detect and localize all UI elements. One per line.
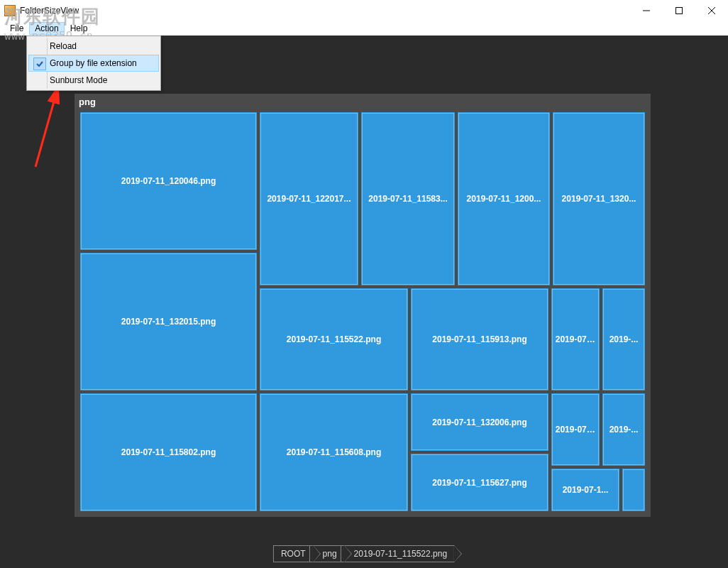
menu-file[interactable]: File <box>4 22 29 35</box>
window-title: FolderSizeView <box>20 6 630 16</box>
menu-item-sunburst-mode[interactable]: Sunburst Mode <box>28 72 159 89</box>
check-icon <box>33 58 46 70</box>
treemap-tile[interactable]: 2019-07-1... <box>550 467 621 513</box>
treemap-tile[interactable]: 2019-... <box>601 287 646 392</box>
tile-label: 2019-07-11_11583... <box>365 191 450 207</box>
tile-label <box>631 487 636 493</box>
breadcrumb-file[interactable]: 2019-07-11_115522.png <box>341 545 455 562</box>
tile-label: 2019-07-11_115627.png <box>429 475 529 491</box>
tile-label: 2019-07-... <box>553 422 599 437</box>
minimize-button[interactable] <box>630 0 663 21</box>
tile-label: 2019-07-11_1200... <box>464 191 544 207</box>
menu-item-reload[interactable]: Reload <box>28 38 159 55</box>
treemap-tile[interactable]: 2019-07-11_122017... <box>258 111 360 287</box>
tile-label: 2019-07-... <box>553 332 599 347</box>
treemap-tile[interactable]: 2019-07-11_1200... <box>456 111 551 287</box>
breadcrumb: ROOT png 2019-07-11_115522.png <box>273 545 455 562</box>
svg-rect-0 <box>676 8 683 14</box>
treemap-tile[interactable]: 2019-07-11_132015.png <box>79 251 258 392</box>
tile-label: 2019-07-11_115522.png <box>284 332 384 347</box>
treemap-tile[interactable]: 2019-07-... <box>550 287 601 392</box>
treemap-tile[interactable]: 2019-07-11_115627.png <box>409 452 550 513</box>
title-bar: FolderSizeView <box>0 0 728 21</box>
treemap-tile[interactable]: 2019-07-11_115802.png <box>79 392 258 513</box>
maximize-button[interactable] <box>663 0 695 21</box>
tile-label: 2019-07-11_132015.png <box>118 314 219 329</box>
main-panel: png 2019-07-11_120046.png2019-07-11_1220… <box>0 36 728 568</box>
tile-label: 2019-... <box>607 422 641 437</box>
check-icon <box>33 40 45 53</box>
tile-label: 2019-07-11_132006.png <box>429 415 529 430</box>
menu-item-group-by-extension[interactable]: Group by file extension <box>28 55 159 72</box>
tile-label: 2019-07-11_1320... <box>559 191 639 207</box>
window-controls <box>630 0 728 21</box>
menu-bar: File Action Help <box>0 21 728 36</box>
treemap-tile[interactable]: 2019-... <box>601 392 646 467</box>
menu-item-label: Group by file extension <box>50 58 137 68</box>
treemap-tile[interactable]: 2019-07-11_120046.png <box>79 111 258 251</box>
tile-label: 2019-07-1... <box>560 482 612 498</box>
menu-item-label: Reload <box>50 41 77 51</box>
treemap-tile[interactable]: 2019-07-11_115913.png <box>409 287 550 392</box>
app-icon <box>4 5 16 16</box>
tile-label: 2019-07-11_115913.png <box>429 332 529 347</box>
tile-label: 2019-07-11_122017... <box>264 191 353 207</box>
close-button[interactable] <box>695 0 728 21</box>
treemap-container: png 2019-07-11_120046.png2019-07-11_1220… <box>75 94 651 517</box>
tile-label: 2019-07-11_115608.png <box>284 444 384 460</box>
tile-label: 2019-... <box>607 332 641 347</box>
treemap-tile[interactable]: 2019-07-11_115522.png <box>258 287 409 392</box>
treemap-tile[interactable]: 2019-07-11_132006.png <box>409 392 550 452</box>
treemap-body: 2019-07-11_120046.png2019-07-11_122017..… <box>79 111 646 513</box>
menu-item-label: Sunburst Mode <box>50 75 107 85</box>
tile-label: 2019-07-11_115802.png <box>118 444 219 460</box>
treemap-tile[interactable]: 2019-07-11_115608.png <box>258 392 409 513</box>
treemap-tile[interactable]: 2019-07-11_11583... <box>360 111 456 287</box>
treemap-tile[interactable] <box>621 467 646 513</box>
treemap-tile[interactable]: 2019-07-11_1320... <box>551 111 646 287</box>
treemap-tile[interactable]: 2019-07-... <box>550 392 601 467</box>
treemap-group-label: png <box>75 94 651 111</box>
menu-help[interactable]: Help <box>65 22 94 35</box>
menu-action[interactable]: Action <box>29 22 64 35</box>
check-icon <box>33 74 45 87</box>
breadcrumb-root[interactable]: ROOT <box>273 545 314 562</box>
tile-label: 2019-07-11_120046.png <box>118 173 219 189</box>
action-dropdown: Reload Group by file extension Sunburst … <box>26 36 161 91</box>
